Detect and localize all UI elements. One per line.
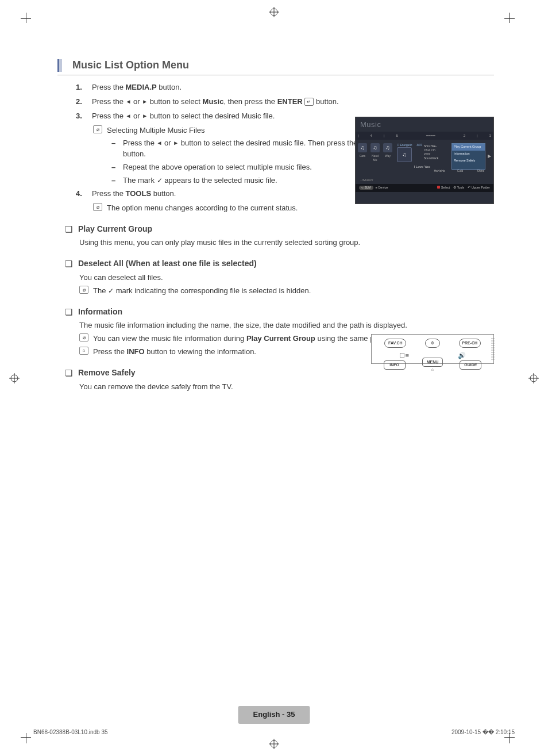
remote-speaker-icon: 🔊 [458,351,466,360]
section-underline [57,75,494,75]
sum-badge: ⊂ SUM [359,186,373,190]
note-icon: ⌀ [79,333,88,341]
remote-menu-button: MENU [422,358,443,367]
tv-screen-illustration: Music |4|5 ━━━━ 2|3 ♫Cars ♫Need Me ♫Way [355,117,494,204]
play-current-group-heading: Play Current Group [78,223,152,235]
bookmark-icon: ❏ [64,223,72,236]
step-4-note: The option menu changes according to the… [107,203,298,214]
registration-mark-icon [269,739,279,749]
registration-mark-icon [528,373,539,383]
music-note-icon: ♫ [397,147,412,162]
section-accent-bar [57,59,62,72]
tv-song-title: I Love You [414,164,430,170]
left-arrow-icon [126,97,132,106]
deselect-all-body: You can deselect all files. [79,273,494,283]
step-1: Press the MEDIA.P button. [86,82,494,93]
note-icon: ⌀ [93,203,102,211]
left-arrow-icon [126,112,132,120]
note-icon: ⌀ [79,286,88,294]
music-note-icon: ♫ [383,143,392,152]
bookmark-icon: ❏ [64,306,72,318]
tv-menu-item: Play Current Group [452,144,485,151]
steps-list: Press the MEDIA.P button. Press the or b… [57,82,494,122]
tv-app-title: Music [356,117,493,132]
bookmark-icon: ❏ [64,367,72,379]
deselect-all-heading: Deselect All (When at least one file is … [78,258,257,269]
left-arrow-icon [157,139,163,147]
remove-safely-heading: Remove Safely [78,367,136,378]
information-heading: Information [78,306,122,317]
tv-path: ../Music/ [356,173,493,184]
print-meta-left: BN68-02388B-03L10.indb 35 [33,728,108,737]
remove-safely-body: You can remove the device safely from th… [79,382,494,393]
page-footer-tab: English - 35 [238,706,310,724]
music-note-icon: ♫ [371,143,380,152]
right-arrow-icon [173,139,179,147]
remote-favch-button: FAV.CH [384,339,406,348]
enter-icon: ↵ [304,98,314,106]
tv-menu-item: Information [452,151,485,158]
red-dot-icon [437,186,440,189]
check-icon: ✓ [108,287,114,295]
information-note1: You can view the music file information … [93,333,410,344]
remote-guide-button: GUIDE [460,360,481,370]
registration-mark-icon [269,7,279,17]
print-meta-right: 2009-10-15 �� 2:10:15 [451,728,515,737]
tv-menu-item: Remove Safely [452,158,485,164]
remote-prech-button: PRE-CH [459,339,481,348]
tv-option-menu: Play Current Group Information Remove Sa… [451,143,485,170]
step-3-note-title: Selecting Multiple Music Files [107,125,205,136]
information-body: The music file information including the… [79,320,494,331]
remote-icon: ⌂ [79,347,88,355]
remote-zero-button: 0 [425,339,440,348]
bookmark-icon: ❏ [64,258,72,270]
registration-mark-icon [9,373,20,383]
right-arrow-icon [142,97,148,106]
information-note2: Press the INFO button to viewing the inf… [93,347,256,358]
remote-tt-icon: ☐≡ [399,351,408,360]
section-title: Music List Option Menu [72,57,189,72]
note-icon: ⌀ [93,125,102,133]
step-2: Press the or button to select Music, the… [86,97,494,108]
check-icon: ✓ [157,176,163,185]
remote-info-button: INFO [384,360,406,370]
deselect-all-note: The ✓ mark indicating the corresponding … [93,286,311,297]
right-arrow-icon [142,112,148,120]
remote-illustration: FAV.CH 0 PRE-CH ☐≡ 🔊 INFO MENU ⌂ GUIDE [371,334,494,364]
music-note-icon: ♫ [358,143,367,152]
play-current-group-body: Using this menu, you can only play music… [79,237,494,248]
